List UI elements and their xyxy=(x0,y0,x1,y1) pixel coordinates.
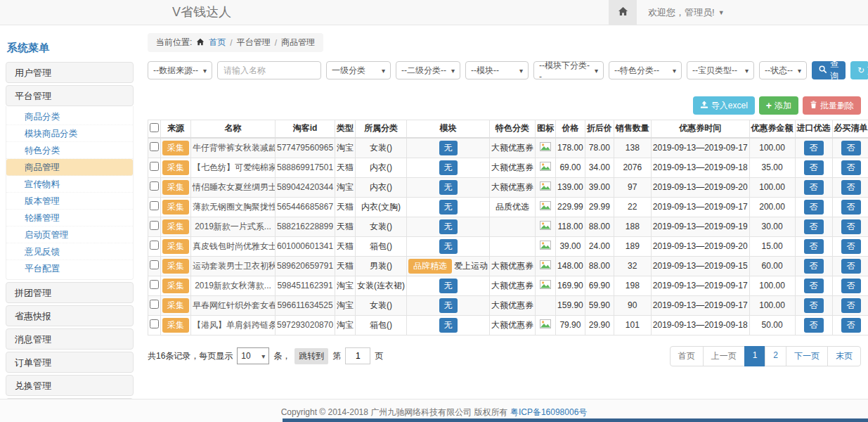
sidebar-item[interactable]: 平台配置 xyxy=(6,260,133,277)
source-cell: 采集 xyxy=(161,197,191,217)
filter-select[interactable]: --二级分类--▾ xyxy=(396,61,460,79)
bottom-accent-bar xyxy=(283,418,868,422)
name-search-input[interactable] xyxy=(217,61,321,79)
sidebar-item[interactable]: 轮播管理 xyxy=(6,210,133,226)
taoke-id-cell: 588216228899 xyxy=(276,217,335,236)
row-checkbox[interactable] xyxy=(150,142,159,151)
module-none-badge: 无 xyxy=(439,239,458,254)
import-select-toggle[interactable]: 否 xyxy=(804,160,824,175)
sidebar-section-header[interactable]: 平台管理 xyxy=(6,85,134,106)
grid-head-row: 来源名称淘客id类型所属分类模块特色分类图标价格折后价销售数量优惠券时间优惠券金… xyxy=(148,120,868,138)
sidebar-item[interactable]: 意见反馈 xyxy=(6,243,133,260)
import-select-toggle[interactable]: 否 xyxy=(804,279,824,293)
import-select-toggle[interactable]: 否 xyxy=(804,239,824,254)
import-excel-button[interactable]: 导入excel xyxy=(693,96,755,115)
filter-select[interactable]: --数据来源--▾ xyxy=(148,61,212,79)
must-buy-toggle[interactable]: 否 xyxy=(841,318,861,333)
batch-delete-button[interactable]: 批量删除 xyxy=(803,96,861,115)
must-buy-toggle[interactable]: 否 xyxy=(841,279,861,293)
page-button[interactable]: 2 xyxy=(765,346,786,366)
sidebar-section-header[interactable]: 省惠快报 xyxy=(6,305,134,326)
filter-select[interactable]: --特色分类--▾ xyxy=(609,61,682,79)
sidebar-section-header[interactable]: 消息管理 xyxy=(6,328,134,350)
page-button[interactable]: 下一页 xyxy=(786,346,828,366)
sidebar-item[interactable]: 模块商品分类 xyxy=(6,125,133,142)
must-buy-toggle[interactable]: 否 xyxy=(841,141,861,155)
page-button[interactable]: 上一页 xyxy=(703,346,745,366)
import-select-toggle[interactable]: 否 xyxy=(804,298,824,313)
must-buy-toggle[interactable]: 否 xyxy=(841,200,861,215)
filter-select[interactable]: --状态--▾ xyxy=(759,61,807,79)
sidebar-section-header[interactable]: 拼团管理 xyxy=(6,282,134,303)
home-icon xyxy=(618,6,628,18)
must-buy-toggle[interactable]: 否 xyxy=(841,239,861,254)
filter-select[interactable]: --模块--▾ xyxy=(465,61,529,79)
trash-icon xyxy=(810,101,817,111)
icon-cell xyxy=(536,256,556,276)
must-buy-toggle[interactable]: 否 xyxy=(841,180,861,195)
row-checkbox[interactable] xyxy=(150,221,159,230)
import-select-toggle[interactable]: 否 xyxy=(804,318,824,333)
sidebar-item[interactable]: 版本管理 xyxy=(6,193,133,210)
type-cell: 淘宝 xyxy=(335,177,356,197)
sidebar-item[interactable]: 商品管理 xyxy=(6,159,133,176)
breadcrumb-home-link[interactable]: 首页 xyxy=(209,37,226,49)
icp-link[interactable]: 粤ICP备16098006号 xyxy=(510,407,587,417)
user-menu[interactable]: 欢迎您，管理员! ▼ xyxy=(648,6,725,19)
jump-to-button[interactable]: 跳转到 xyxy=(294,348,328,364)
row-checkbox-cell xyxy=(148,197,161,217)
page-jump-input[interactable] xyxy=(345,347,370,364)
sidebar-panel: 兑换管理 xyxy=(6,375,134,396)
page-button[interactable]: 首页 xyxy=(670,346,704,366)
module-subcategory: 爱上运动 xyxy=(454,261,488,271)
page-button[interactable]: 末页 xyxy=(827,346,861,366)
filter-select[interactable]: 一级分类▾ xyxy=(326,61,391,79)
row-checkbox[interactable] xyxy=(150,162,159,171)
reset-button[interactable]: ↻ 重置 xyxy=(850,61,868,79)
filter-select[interactable]: --模块下分类--▾ xyxy=(533,61,604,79)
source-cell: 采集 xyxy=(161,177,191,197)
must-buy-toggle[interactable]: 否 xyxy=(841,219,861,234)
module-cell: 无 xyxy=(407,236,490,256)
row-checkbox[interactable] xyxy=(150,201,159,210)
sidebar-section-header[interactable]: 兑换管理 xyxy=(6,375,134,396)
type-cell: 淘宝 xyxy=(335,315,356,335)
row-checkbox[interactable] xyxy=(150,319,159,328)
import-select-toggle[interactable]: 否 xyxy=(804,200,824,215)
row-checkbox[interactable] xyxy=(150,241,159,250)
add-button[interactable]: + 添加 xyxy=(759,96,798,115)
import-select-toggle[interactable]: 否 xyxy=(804,180,824,195)
column-header: 淘客id xyxy=(276,120,335,138)
product-image-icon xyxy=(540,163,551,173)
sidebar-section-header[interactable]: 订单管理 xyxy=(6,352,134,373)
sidebar-item[interactable]: 宣传物料 xyxy=(6,176,133,193)
sidebar-item[interactable]: 启动页管理 xyxy=(6,226,133,243)
home-button[interactable] xyxy=(609,0,637,25)
row-checkbox[interactable] xyxy=(150,300,159,309)
filter-select[interactable]: --宝贝类型--▾ xyxy=(687,61,754,79)
import-select-toggle[interactable]: 否 xyxy=(804,259,824,274)
category-cell: 内衣(文胸) xyxy=(356,197,407,217)
feature-category-cell xyxy=(490,217,536,236)
module-none-badge: 无 xyxy=(439,318,458,333)
page-button[interactable]: 1 xyxy=(744,346,766,366)
sidebar-item[interactable]: 特色分类 xyxy=(6,142,133,159)
module-cell: 无 xyxy=(407,177,490,197)
select-all-checkbox[interactable] xyxy=(150,123,159,132)
must-buy-toggle[interactable]: 否 xyxy=(841,160,861,175)
page-size-select[interactable]: 10 ▾ xyxy=(237,347,269,364)
row-checkbox[interactable] xyxy=(150,280,159,289)
must-buy-toggle[interactable]: 否 xyxy=(841,259,861,274)
taoke-id-cell: 588869917501 xyxy=(276,158,335,177)
row-checkbox[interactable] xyxy=(150,181,159,191)
import-select-toggle[interactable]: 否 xyxy=(804,141,824,155)
search-button[interactable]: 查询 xyxy=(812,61,846,79)
sidebar-item[interactable]: 商品分类 xyxy=(6,108,133,125)
import-select-toggle[interactable]: 否 xyxy=(804,219,824,234)
must-buy-toggle[interactable]: 否 xyxy=(841,298,861,313)
breadcrumb-separator: / xyxy=(275,38,277,48)
sidebar-section-header[interactable]: 用户管理 xyxy=(6,62,134,83)
product-image-icon xyxy=(540,281,551,291)
chevron-down-icon: ▾ xyxy=(203,67,207,75)
row-checkbox[interactable] xyxy=(150,260,159,269)
